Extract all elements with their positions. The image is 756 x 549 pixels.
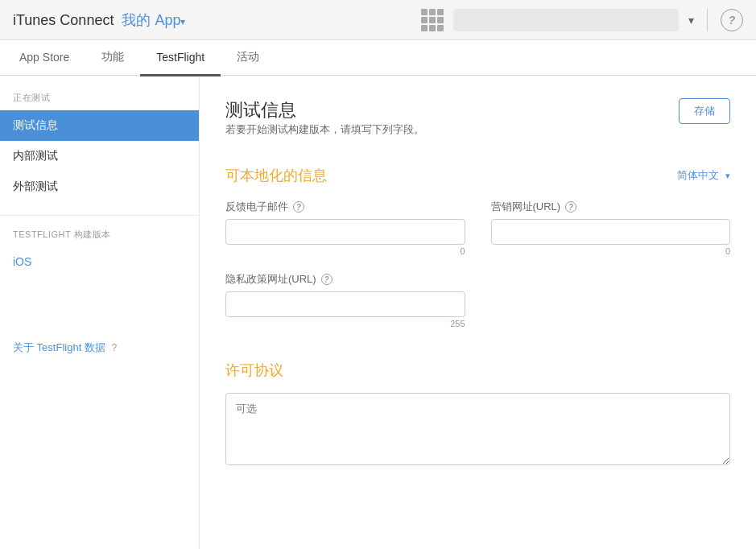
- page-title: 测试信息: [225, 98, 424, 122]
- sidebar-item-ios[interactable]: iOS: [0, 247, 199, 276]
- tab-nav: App Store 功能 TestFlight 活动: [0, 40, 756, 76]
- feedback-email-input[interactable]: [225, 219, 465, 245]
- page-header: 测试信息 若要开始测试构建版本，请填写下列字段。 存储: [225, 98, 730, 159]
- sidebar-divider: [0, 215, 199, 216]
- sidebar-footer: 关于 TestFlight 数据 ?: [0, 324, 199, 363]
- app-brand-title: iTunes Connect 我的 App▾: [13, 10, 185, 30]
- lang-selector[interactable]: 简体中文 ▾: [677, 168, 730, 183]
- sidebar-item-external-test[interactable]: 外部测试: [0, 171, 199, 202]
- feedback-email-charcount: 0: [225, 246, 465, 256]
- my-app-label[interactable]: 我的 App: [122, 12, 180, 28]
- testflight-data-link[interactable]: 关于 TestFlight 数据: [13, 341, 105, 353]
- lang-label: 简体中文: [677, 169, 719, 181]
- privacy-url-charcount: 255: [225, 319, 465, 328]
- help-button[interactable]: ?: [721, 9, 743, 31]
- sidebar-section-builds: TESTFLIGHT 构建版本: [0, 229, 199, 247]
- sidebar: 正在测试 测试信息 内部测试 外部测试 TESTFLIGHT 构建版本 iOS …: [0, 76, 200, 549]
- privacy-url-help-icon[interactable]: ?: [321, 274, 333, 285]
- app-name-field: [453, 9, 679, 31]
- testflight-data-help-icon[interactable]: ?: [111, 342, 117, 353]
- sidebar-section-testing: 正在测试: [0, 92, 199, 110]
- local-section: 可本地化的信息 简体中文 ▾ 反馈电子邮件 ? 0: [225, 166, 730, 328]
- local-section-title: 可本地化的信息: [225, 166, 327, 185]
- privacy-url-group: 隐私政策网址(URL) ? 255: [225, 272, 465, 328]
- marketing-url-label: 营销网址(URL) ?: [491, 200, 731, 214]
- feedback-email-help-icon[interactable]: ?: [293, 201, 304, 213]
- sidebar-item-internal-test[interactable]: 内部测试: [0, 141, 199, 171]
- page-subtitle: 若要开始测试构建版本，请填写下列字段。: [225, 122, 424, 137]
- lang-chevron: ▾: [725, 171, 730, 180]
- my-app-chevron[interactable]: ▾: [180, 16, 185, 27]
- tab-features[interactable]: 功能: [85, 41, 140, 76]
- feedback-email-group: 反馈电子邮件 ? 0: [225, 200, 465, 256]
- license-title: 许可协议: [225, 361, 730, 380]
- content-area: 测试信息 若要开始测试构建版本，请填写下列字段。 存储 可本地化的信息 简体中文…: [200, 76, 756, 549]
- marketing-url-input[interactable]: [491, 219, 731, 245]
- tab-activity[interactable]: 活动: [221, 41, 275, 76]
- tab-testflight[interactable]: TestFlight: [140, 41, 221, 76]
- form-row-1: 反馈电子邮件 ? 0 营销网址(URL) ? 0: [225, 200, 730, 256]
- marketing-url-group: 营销网址(URL) ? 0: [491, 200, 731, 256]
- main-layout: 正在测试 测试信息 内部测试 外部测试 TESTFLIGHT 构建版本 iOS …: [0, 76, 756, 549]
- license-section: 许可协议: [225, 361, 730, 468]
- sidebar-item-test-info[interactable]: 测试信息: [0, 110, 199, 141]
- local-section-header: 可本地化的信息 简体中文 ▾: [225, 166, 730, 185]
- top-bar: iTunes Connect 我的 App▾ ▾ ?: [0, 0, 756, 40]
- app-icon: [421, 9, 444, 31]
- marketing-url-charcount: 0: [491, 246, 731, 256]
- privacy-url-label: 隐私政策网址(URL) ?: [225, 272, 465, 287]
- marketing-url-help-icon[interactable]: ?: [565, 201, 576, 213]
- tab-app-store[interactable]: App Store: [13, 41, 85, 76]
- top-bar-divider: [707, 9, 708, 31]
- license-textarea[interactable]: [225, 393, 730, 465]
- form-row-2: 隐私政策网址(URL) ? 255: [225, 272, 730, 328]
- app-dropdown-chevron[interactable]: ▾: [688, 14, 694, 27]
- save-button[interactable]: 存储: [679, 98, 730, 124]
- privacy-url-input[interactable]: [225, 291, 465, 317]
- feedback-email-label: 反馈电子邮件 ?: [225, 200, 465, 214]
